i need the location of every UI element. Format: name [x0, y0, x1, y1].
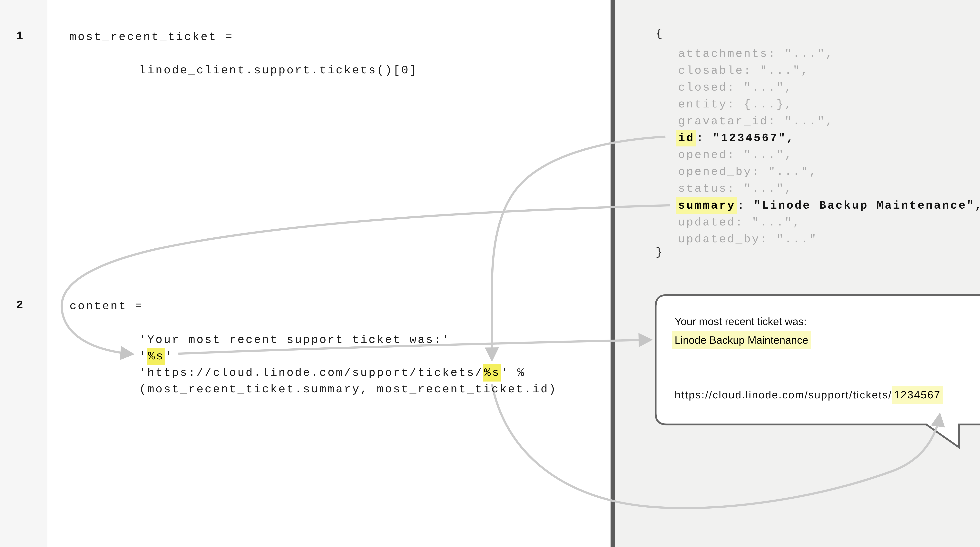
line-number-1: 1	[16, 29, 24, 43]
json-key: status	[678, 182, 727, 195]
url-string-prefix: 'https://cloud.linode.com/support/ticket…	[139, 367, 483, 379]
json-key: entity	[678, 98, 727, 111]
json-line-entity: entity: {...},	[678, 98, 793, 111]
quote-open: '	[139, 350, 147, 363]
json-value: : "...",	[727, 81, 793, 94]
bubble-url-line: https://cloud.linode.com/support/tickets…	[675, 389, 943, 401]
json-key: updated_by	[678, 233, 760, 246]
json-key: closed	[678, 81, 727, 94]
code-format-args: (most_recent_ticket.summary, most_recent…	[139, 382, 557, 397]
line-number-2: 2	[16, 298, 24, 312]
bubble-summary-highlight: Linode Backup Maintenance	[672, 331, 811, 349]
json-line-status: status: "...",	[678, 182, 793, 195]
diagram-canvas: 1 most_recent_ticket = linode_client.sup…	[0, 0, 980, 547]
code-url-line: 'https://cloud.linode.com/support/ticket…	[139, 366, 525, 380]
connector-arrows-svg	[0, 0, 980, 547]
code-string-placeholder-line: '%s'	[139, 349, 173, 364]
json-summary-key-highlight: summary	[676, 197, 737, 214]
json-value: : "..."	[760, 233, 818, 246]
json-value: : "...",	[744, 64, 809, 77]
json-close-brace: }	[655, 246, 664, 258]
url-string-suffix: ' %	[501, 367, 525, 379]
id-placeholder-highlight: %s	[483, 364, 501, 381]
quote-close: '	[165, 350, 173, 363]
bubble-url-prefix: https://cloud.linode.com/support/tickets…	[675, 389, 892, 400]
json-key: attachments	[678, 48, 768, 60]
json-key: closable	[678, 64, 744, 77]
json-value: : "...",	[768, 115, 834, 128]
json-line-closed: closed: "...",	[678, 81, 793, 94]
arrow-summary-to-placeholder	[62, 205, 670, 354]
json-summary-value: : "Linode Backup Maintenance",	[737, 199, 980, 212]
json-line-updated-by: updated_by: "..."	[678, 233, 818, 246]
json-id-key-highlight: id	[676, 130, 697, 147]
json-value: : "...",	[727, 182, 793, 195]
json-line-id: id: "1234567",	[678, 132, 795, 145]
bubble-intro-text: Your most recent ticket was:	[675, 315, 807, 327]
json-key: opened_by	[678, 166, 752, 178]
json-line-summary: summary: "Linode Backup Maintenance",	[678, 199, 980, 212]
json-value: : "...",	[768, 48, 834, 60]
json-line-closable: closable: "...",	[678, 64, 809, 77]
code-line1-value: linode_client.support.tickets()[0]	[139, 63, 418, 78]
json-line-updated: updated: "...",	[678, 216, 801, 229]
json-key: gravatar_id	[678, 115, 768, 128]
arrow-id-to-url-placeholder	[492, 137, 665, 360]
json-line-attachments: attachments: "...",	[678, 48, 834, 60]
json-key: opened	[678, 148, 727, 161]
code-line2-assignment: content =	[70, 299, 143, 314]
json-open-brace: {	[655, 27, 664, 40]
json-line-gravatar-id: gravatar_id: "...",	[678, 115, 834, 128]
json-key: updated	[678, 216, 736, 229]
json-line-opened-by: opened_by: "...",	[678, 166, 818, 178]
json-value: : {...},	[727, 98, 793, 111]
bubble-ticket-id-highlight: 1234567	[892, 386, 943, 403]
json-value: : "...",	[752, 166, 817, 178]
code-string-line1: 'Your most recent support ticket was:'	[139, 333, 450, 347]
json-value: : "...",	[727, 148, 793, 161]
code-line1-assignment: most_recent_ticket =	[70, 30, 234, 44]
bubble-summary-line: Linode Backup Maintenance	[675, 334, 811, 346]
json-id-value: : "1234567",	[697, 132, 795, 145]
summary-placeholder-highlight: %s	[147, 348, 165, 365]
json-line-opened: opened: "...",	[678, 148, 793, 161]
json-value: : "...",	[736, 216, 801, 229]
